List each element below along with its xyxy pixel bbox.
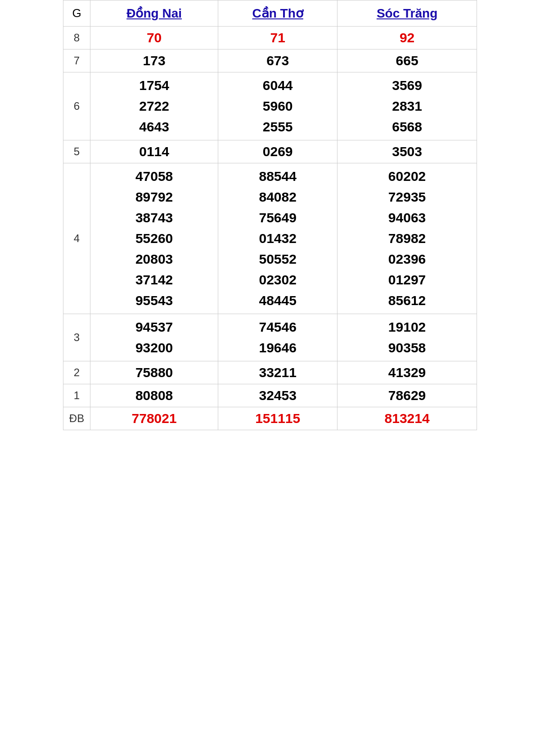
cell-value: 84082 — [259, 188, 296, 207]
row-label: 1 — [63, 384, 90, 407]
table-row: 2758803321141329 — [63, 361, 477, 384]
cell-value: 02396 — [388, 250, 426, 269]
cell-value: 6568 — [392, 117, 422, 136]
lottery-table-container: G Đồng Nai Cần Thơ Sóc Trăng 87071927173… — [63, 0, 477, 430]
row-label: 7 — [63, 50, 90, 72]
cell-value: 6044 — [263, 76, 293, 95]
header-g: G — [63, 0, 90, 27]
header-can-tho: Cần Thơ — [218, 0, 338, 27]
cell-value: 0269 — [263, 144, 293, 159]
cell-value: 151115 — [255, 411, 300, 426]
cell-value: 2722 — [139, 97, 169, 116]
cell-value: 3569 — [392, 76, 422, 95]
table-row: 4470588979238743552602080337142955438854… — [63, 163, 477, 314]
cell-value: 85612 — [388, 291, 426, 310]
cell-value: 665 — [396, 53, 418, 68]
cell-soc_trang: 92 — [338, 27, 477, 50]
cell-value: 75649 — [259, 208, 296, 227]
cell-value: 1754 — [139, 76, 169, 95]
cell-value: 173 — [143, 53, 166, 68]
cell-value: 0114 — [139, 144, 169, 159]
cell-value: 20803 — [135, 250, 173, 269]
row-label: ĐB — [63, 407, 90, 430]
cell-value: 5960 — [263, 97, 293, 116]
table-row: 8707192 — [63, 27, 477, 50]
row-label: 2 — [63, 361, 90, 384]
cell-dong_nai: 778021 — [90, 407, 218, 430]
row-label: 5 — [63, 140, 90, 163]
table-row: 3945379320074546196461910290358 — [63, 314, 477, 361]
cell-dong_nai: 173 — [90, 50, 218, 72]
cell-value: 94537 — [135, 318, 173, 337]
cell-can_tho: 0269 — [218, 140, 338, 163]
cell-dong_nai: 0114 — [90, 140, 218, 163]
cell-value: 75880 — [135, 365, 173, 380]
cell-dong_nai: 75880 — [90, 361, 218, 384]
cell-value: 01432 — [259, 229, 296, 248]
cell-value: 95543 — [135, 291, 173, 310]
cell-dong_nai: 175427224643 — [90, 72, 218, 140]
cell-value: 19646 — [259, 338, 296, 357]
cell-value: 93200 — [135, 338, 173, 357]
header-dong-nai: Đồng Nai — [90, 0, 218, 27]
cell-value: 2555 — [263, 117, 293, 136]
cell-value: 41329 — [388, 365, 426, 380]
cell-value: 778021 — [132, 411, 177, 426]
cell-value: 80808 — [135, 388, 173, 403]
cell-can_tho: 33211 — [218, 361, 338, 384]
cell-dong_nai: 80808 — [90, 384, 218, 407]
row-label: 4 — [63, 163, 90, 314]
row-label: 8 — [63, 27, 90, 50]
cell-can_tho: 32453 — [218, 384, 338, 407]
cell-can_tho: 151115 — [218, 407, 338, 430]
cell-value: 70 — [147, 30, 162, 45]
table-row: 1808083245378629 — [63, 384, 477, 407]
row-label: 3 — [63, 314, 90, 361]
cell-can_tho: 7454619646 — [218, 314, 338, 361]
lottery-table: G Đồng Nai Cần Thơ Sóc Trăng 87071927173… — [63, 0, 477, 430]
cell-value: 78629 — [388, 388, 426, 403]
cell-soc_trang: 1910290358 — [338, 314, 477, 361]
cell-value: 74546 — [259, 318, 296, 337]
cell-value: 673 — [266, 53, 289, 68]
cell-can_tho: 88544840827564901432505520230248445 — [218, 163, 338, 314]
cell-value: 90358 — [388, 338, 426, 357]
cell-value: 01297 — [388, 270, 426, 289]
cell-value: 4643 — [139, 117, 169, 136]
cell-value: 02302 — [259, 270, 296, 289]
table-row: 7173673665 — [63, 50, 477, 72]
cell-value: 50552 — [259, 250, 296, 269]
cell-can_tho: 673 — [218, 50, 338, 72]
cell-value: 38743 — [135, 208, 173, 227]
cell-value: 71 — [270, 30, 285, 45]
cell-soc_trang: 60202729359406378982023960129785612 — [338, 163, 477, 314]
table-row: 5011402693503 — [63, 140, 477, 163]
cell-value: 78982 — [388, 229, 426, 248]
cell-soc_trang: 813214 — [338, 407, 477, 430]
cell-value: 813214 — [385, 411, 430, 426]
cell-value: 2831 — [392, 97, 422, 116]
cell-can_tho: 71 — [218, 27, 338, 50]
cell-value: 89792 — [135, 188, 173, 207]
table-row: ĐB778021151115813214 — [63, 407, 477, 430]
cell-value: 3503 — [392, 144, 422, 159]
cell-value: 94063 — [388, 208, 426, 227]
cell-value: 92 — [400, 30, 414, 45]
cell-value: 55260 — [135, 229, 173, 248]
header-soc-trang: Sóc Trăng — [338, 0, 477, 27]
cell-soc_trang: 665 — [338, 50, 477, 72]
cell-value: 32453 — [259, 388, 296, 403]
cell-value: 47058 — [135, 167, 173, 186]
cell-value: 60202 — [388, 167, 426, 186]
cell-dong_nai: 47058897923874355260208033714295543 — [90, 163, 218, 314]
cell-value: 19102 — [388, 318, 426, 337]
cell-soc_trang: 41329 — [338, 361, 477, 384]
cell-soc_trang: 356928316568 — [338, 72, 477, 140]
table-row: 6175427224643604459602555356928316568 — [63, 72, 477, 140]
row-label: 6 — [63, 72, 90, 140]
cell-value: 37142 — [135, 270, 173, 289]
cell-soc_trang: 78629 — [338, 384, 477, 407]
cell-value: 72935 — [388, 188, 426, 207]
cell-dong_nai: 9453793200 — [90, 314, 218, 361]
cell-soc_trang: 3503 — [338, 140, 477, 163]
